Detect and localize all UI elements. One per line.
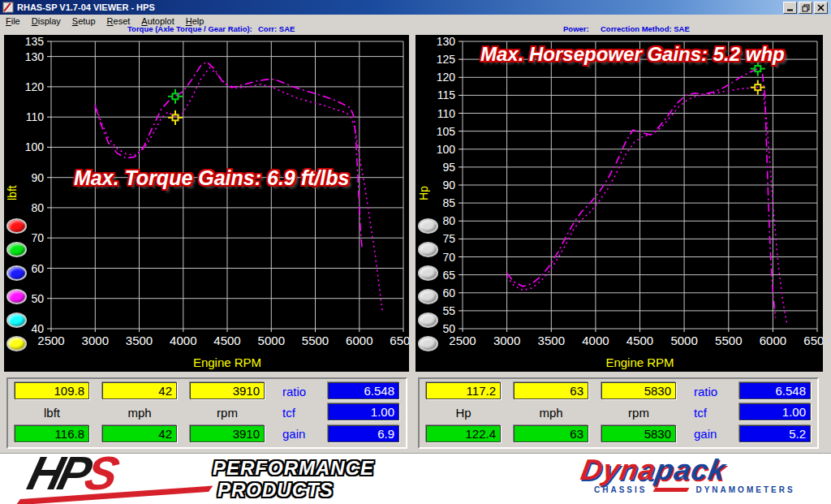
chart-headers: Torque (Axle Torque / Gear Ratio): Corr:… — [0, 27, 831, 34]
svg-text:5500: 5500 — [302, 334, 329, 347]
svg-text:130: 130 — [437, 35, 456, 48]
legend-button-power-3[interactable] — [418, 265, 438, 281]
svg-text:3500: 3500 — [538, 334, 565, 347]
legend-button-power-5[interactable] — [418, 312, 438, 328]
legend-button-torque-6[interactable] — [6, 336, 27, 351]
svg-text:85: 85 — [442, 196, 455, 209]
hp-unit-label: Hp — [426, 406, 501, 420]
legend-button-torque-2[interactable] — [6, 242, 27, 257]
power-readout-panel: 117.2 63 5830 Hp mph rpm 122.4 63 5830 r… — [418, 377, 819, 449]
gain-label: gain — [694, 427, 736, 441]
svg-text:6500: 6500 — [803, 334, 823, 347]
torque-gains-annotation: Max. Torque Gains: 6.9 ft/lbs — [74, 166, 349, 190]
close-button[interactable] — [814, 2, 828, 14]
rpm-unit-label: rpm — [601, 406, 676, 420]
svg-text:3000: 3000 — [82, 334, 109, 347]
gain-label: gain — [282, 427, 325, 441]
svg-text:4000: 4000 — [170, 334, 196, 347]
power-baseline-value-field[interactable]: 117.2 — [426, 382, 501, 399]
power-correction-label: Correction Method: SAE — [601, 24, 690, 33]
svg-text:60: 60 — [442, 286, 455, 299]
svg-text:3500: 3500 — [126, 334, 153, 347]
legend-button-power-1[interactable] — [418, 218, 438, 234]
legend-button-power-2[interactable] — [418, 242, 438, 257]
svg-text:125: 125 — [437, 53, 456, 66]
torque-plot[interactable]: 2500300035004000450050005500600065004050… — [4, 35, 409, 372]
svg-text:2500: 2500 — [449, 334, 476, 347]
window-title: RHAS-SP V1.7-04 VIEWER - HPS — [17, 2, 155, 12]
power-tcf-field[interactable]: 1.00 — [739, 403, 811, 420]
svg-text:5000: 5000 — [258, 334, 285, 347]
svg-text:120: 120 — [437, 71, 456, 84]
mph-unit-label: mph — [514, 406, 588, 420]
readout-section: 109.8 42 3910 lbft mph rpm 116.8 42 3910… — [0, 373, 831, 453]
svg-text:5500: 5500 — [715, 334, 742, 347]
legend-button-torque-5[interactable] — [6, 312, 27, 328]
svg-text:50: 50 — [442, 322, 455, 335]
torque-gain-field[interactable]: 6.9 — [328, 425, 399, 442]
menu-bar: FileDisplaySetupResetAutoplotHelp — [0, 15, 831, 28]
torque-baseline-rpm-field[interactable]: 3910 — [190, 382, 265, 399]
menu-display[interactable]: Display — [26, 16, 67, 26]
torque-hps-mph-field[interactable]: 42 — [102, 425, 177, 442]
legend-button-torque-4[interactable] — [6, 289, 27, 304]
torque-hps-rpm-field[interactable]: 3910 — [190, 425, 265, 442]
power-gains-annotation: Max. Horsepower Gains: 5.2 whp — [480, 43, 785, 66]
chassis-text: CHASSIS — [594, 485, 647, 494]
power-hps-value-field[interactable]: 122.4 — [426, 425, 501, 442]
svg-text:4500: 4500 — [213, 334, 240, 347]
mph-unit-label: mph — [102, 406, 177, 420]
svg-text:6000: 6000 — [346, 334, 372, 347]
minimize-button[interactable] — [783, 2, 797, 14]
svg-text:65: 65 — [442, 269, 455, 282]
svg-text:90: 90 — [31, 171, 44, 184]
chart-area: 2500300035004000450050005500600065004050… — [0, 34, 831, 373]
svg-text:6000: 6000 — [760, 334, 786, 347]
power-x-axis-label: Engine RPM — [463, 355, 817, 369]
torque-tcf-field[interactable]: 1.00 — [328, 403, 399, 420]
title-bar[interactable]: RHAS-SP V1.7-04 VIEWER - HPS — [0, 0, 831, 15]
restore-button[interactable] — [799, 2, 812, 14]
power-chart-panel: 2500300035004000450050005500600065005055… — [416, 35, 823, 372]
legend-button-torque-3[interactable] — [6, 265, 27, 281]
power-plot[interactable]: 2500300035004000450050005500600065005055… — [416, 35, 823, 372]
torque-hps-value-field[interactable]: 116.8 — [15, 425, 89, 442]
legend-button-torque-1[interactable] — [6, 218, 27, 234]
dynapack-logo-bar — [653, 488, 690, 492]
power-header-label: Power: — [563, 24, 589, 33]
svg-text:80: 80 — [442, 214, 455, 227]
close-icon — [817, 4, 825, 11]
svg-text:50: 50 — [31, 292, 44, 305]
svg-text:110: 110 — [437, 107, 456, 120]
svg-text:40: 40 — [31, 322, 44, 335]
svg-text:80: 80 — [31, 201, 44, 214]
svg-text:130: 130 — [25, 50, 45, 63]
legend-button-power-4[interactable] — [418, 289, 438, 304]
power-hps-rpm-field[interactable]: 5830 — [601, 425, 676, 442]
svg-text:55: 55 — [442, 304, 455, 317]
svg-text:4000: 4000 — [582, 334, 609, 347]
torque-ratio-field[interactable]: 6.548 — [328, 382, 399, 399]
power-baseline-rpm-field[interactable]: 5830 — [601, 382, 676, 399]
dynapack-logo-pack: pack — [653, 453, 729, 486]
hps-cursor — [168, 89, 183, 104]
torque-baseline-mph-field[interactable]: 42 — [102, 382, 177, 399]
legend-button-power-6[interactable] — [418, 336, 438, 351]
svg-text:5000: 5000 — [670, 334, 697, 347]
power-hps-mph-field[interactable]: 63 — [514, 425, 588, 442]
power-baseline-mph-field[interactable]: 63 — [514, 382, 588, 399]
svg-text:95: 95 — [442, 161, 455, 174]
svg-text:120: 120 — [25, 80, 45, 93]
tcf-label: tcf — [282, 406, 325, 420]
restore-icon — [802, 4, 810, 12]
svg-text:135: 135 — [25, 35, 45, 48]
torque-baseline-value-field[interactable]: 109.8 — [15, 382, 89, 399]
svg-text:100: 100 — [437, 143, 456, 156]
power-ratio-field[interactable]: 6.548 — [739, 382, 811, 399]
power-gain-field[interactable]: 5.2 — [739, 425, 811, 442]
menu-file[interactable]: File — [0, 16, 26, 26]
products-text: PRODUCTS — [217, 479, 374, 501]
menu-setup[interactable]: Setup — [67, 16, 101, 26]
ratio-label: ratio — [282, 385, 325, 398]
hps-logo: HPS — [23, 454, 217, 504]
